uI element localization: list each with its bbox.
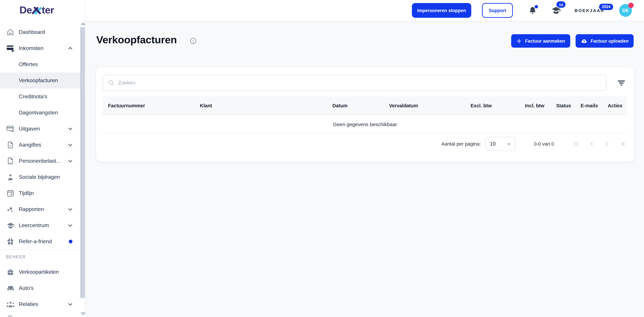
support-button[interactable]: Support [482, 3, 513, 18]
column-header-vervaldatum[interactable]: Vervaldatum [389, 103, 418, 108]
page-title: Verkoopfacturen [96, 34, 177, 46]
avatar-alert-dot [628, 3, 634, 8]
impersonate-stop-button[interactable]: Impersoneren stoppen [412, 3, 472, 18]
sidebar-item-uitgaven[interactable]: Uitgaven [0, 121, 85, 137]
sidebar-item-label: Personenbelast... [19, 158, 60, 164]
plus-icon [516, 38, 522, 44]
sidebar-scrollbar-thumb[interactable] [80, 27, 85, 298]
boekjaar-year-badge: 2024 [599, 4, 613, 10]
sidebar-scroll-down-arrow[interactable] [80, 312, 86, 315]
sidebar-nav: Dashboard Inkomsten Offertes Verkoopfact… [0, 24, 85, 312]
calendar-icon [6, 189, 15, 198]
sidebar-section-beheer: BEHEER [0, 250, 85, 264]
sidebar-item-tijdlijn[interactable]: Tijdlijn [0, 185, 85, 201]
first-page-icon [573, 140, 580, 147]
sidebar-scroll-up-arrow[interactable] [80, 22, 86, 25]
sidebar-item-rapporten[interactable]: Rapporten [0, 201, 85, 217]
pagination-bar: Aantal per pagina: 10 0-0 van 0 [103, 133, 627, 155]
notifications-button[interactable] [528, 6, 537, 15]
person-icon [6, 173, 15, 182]
sidebar-item-verkoopfacturen[interactable]: Verkoopfacturen [0, 72, 85, 88]
sidebar-item-personenbelasting[interactable]: Personenbelast... [0, 153, 85, 169]
document-icon [6, 140, 15, 149]
sidebar-item-refer-a-friend[interactable]: Refer-a-friend [0, 234, 85, 250]
gift-icon [6, 237, 15, 246]
card-plus-icon [6, 44, 15, 53]
chevron-right-icon [604, 140, 610, 147]
search-box [103, 75, 606, 91]
sidebar-item-relaties[interactable]: Relaties [0, 296, 85, 312]
sidebar-item-label: Dashboard [19, 29, 45, 35]
sidebar-item-dagontvangsten[interactable]: Dagontvangsten [0, 105, 85, 121]
learn-center-button[interactable]: 14 [551, 5, 561, 16]
next-page-button[interactable] [604, 140, 610, 147]
sidebar-item-dashboard[interactable]: Dashboard [0, 24, 85, 40]
chevron-up-icon [68, 46, 73, 51]
brand-logo[interactable]: De ter [20, 4, 54, 16]
column-header-incl-btw[interactable]: Incl. btw [525, 103, 544, 108]
last-page-button[interactable] [619, 140, 626, 147]
pagination-range: 0-0 van 0 [534, 141, 554, 146]
home-icon [6, 28, 15, 36]
filter-button[interactable] [615, 77, 627, 88]
table-header: Factuurnummer Klant Datum Vervaldatum Ex… [103, 96, 627, 115]
sidebar-item-label: Verkoopfacturen [19, 78, 58, 84]
sidebar-item-label: Refer-a-friend [19, 238, 52, 244]
column-header-factuurnummer[interactable]: Factuurnummer [108, 103, 145, 108]
chevron-down-icon [68, 158, 73, 164]
filter-icon [617, 79, 625, 87]
sidebar-item-label: Inkomsten [19, 45, 44, 51]
sidebar-item-label: Aangiftes [19, 142, 41, 148]
create-invoice-button[interactable]: Factuur aanmaken [511, 34, 570, 48]
sidebar-item-autos[interactable]: Auto's [0, 280, 85, 296]
sidebar-item-label: Leercentrum [19, 222, 49, 228]
sidebar-item-label: Rapporten [19, 206, 44, 212]
brand-logo-x-icon [31, 5, 43, 16]
last-page-icon [619, 140, 626, 147]
sidebar-item-verkoopartikelen[interactable]: Verkoopartikelen [0, 264, 85, 280]
column-header-acties[interactable]: Acties [608, 103, 622, 108]
app-root: De ter Dashboard Inkomsten [0, 0, 644, 317]
per-page-value: 10 [490, 141, 496, 147]
sidebar-item-aangiftes[interactable]: Aangiftes [0, 137, 85, 153]
chevron-down-icon [68, 222, 73, 228]
per-page-label: Aantal per pagina: [442, 141, 481, 146]
sidebar-item-inkomsten[interactable]: Inkomsten [0, 40, 85, 56]
column-header-datum[interactable]: Datum [332, 103, 348, 108]
search-icon [108, 79, 115, 86]
notification-dot [535, 5, 538, 8]
search-input[interactable] [118, 80, 602, 86]
column-header-status[interactable]: Status [556, 103, 571, 108]
upload-invoice-button[interactable]: Factuur uploaden [576, 34, 634, 48]
sidebar-item-label: Offertes [19, 62, 38, 68]
chevron-down-icon [68, 302, 73, 307]
per-page-select[interactable]: 10 [486, 137, 515, 151]
brand-logo-suffix: ter [42, 4, 54, 16]
sidebar-item-leercentrum[interactable]: Leercentrum [0, 217, 85, 234]
car-icon [6, 284, 15, 292]
avatar-initials: DE [622, 8, 629, 13]
cloud-upload-icon [580, 38, 588, 44]
boekjaar-selector[interactable]: BOEKJAAR 2024 [574, 8, 604, 13]
learn-badge: 14 [556, 1, 566, 8]
previous-page-button[interactable] [588, 140, 595, 147]
column-header-emails[interactable]: E-mails [580, 103, 598, 108]
notification-dot [69, 240, 72, 243]
column-header-excl-btw[interactable]: Excl. btw [470, 103, 492, 108]
create-invoice-label: Factuur aanmaken [525, 38, 565, 44]
column-header-klant[interactable]: Klant [200, 103, 212, 108]
sidebar-item-label: Auto's [19, 285, 34, 291]
select-chevron-icon [507, 144, 511, 146]
sidebar-item-sociale-bijdragen[interactable]: Sociale bijdragen [0, 169, 85, 185]
sidebar-item-label: Tijdlijn [19, 190, 34, 196]
sidebar-item-offertes[interactable]: Offertes [0, 56, 85, 72]
user-avatar[interactable]: DE [619, 4, 632, 17]
chevron-down-icon [68, 206, 73, 212]
sidebar-item-creditnotas[interactable]: Creditnota's [0, 88, 85, 105]
first-page-button[interactable] [573, 140, 580, 147]
sidebar-item-label: Uitgaven [19, 126, 40, 132]
sidebar-partial-item-icon [8, 315, 12, 317]
people-icon [6, 300, 15, 308]
info-icon[interactable] [190, 38, 196, 44]
sidebar-item-label: Dagontvangsten [19, 110, 58, 116]
